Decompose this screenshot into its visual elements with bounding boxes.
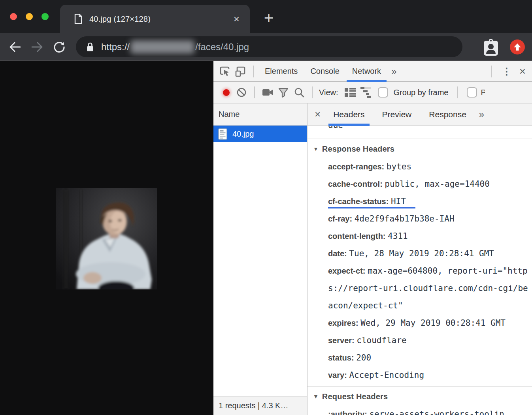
request-row-40jpg[interactable]: 40.jpg	[213, 126, 307, 142]
header-name: cf-ray:	[328, 214, 355, 223]
header-value: Tue, 28 May 2019 20:28:41 GMT	[349, 249, 494, 258]
header-name: expires:	[328, 319, 360, 327]
header-row: vary: Accept-Encoding	[328, 366, 530, 384]
request-headers-list: :authority: serve-assets-workers-toolin	[308, 406, 532, 415]
divider	[312, 86, 313, 98]
tab-network[interactable]: Network	[346, 61, 387, 82]
clear-button[interactable]	[234, 85, 249, 100]
header-name: date:	[328, 249, 349, 258]
capture-screenshots-button[interactable]	[260, 85, 275, 100]
collapse-triangle-icon[interactable]: ▼	[313, 146, 319, 152]
header-name: content-length:	[328, 232, 388, 240]
header-name: expect-ct:	[328, 267, 368, 275]
filter-funnel-icon	[278, 88, 289, 98]
divider	[491, 66, 492, 77]
forward-arrow-icon	[31, 41, 43, 53]
window-close-button[interactable]	[10, 13, 17, 20]
request-name: 40.jpg	[232, 130, 254, 139]
network-summary: 1 requests | 4.3 K…	[213, 396, 307, 415]
address-bar[interactable]: https:// /faces/40.jpg	[76, 36, 462, 57]
window-minimize-button[interactable]	[26, 13, 33, 20]
page-viewport	[0, 61, 213, 415]
header-row: server: cloudflare	[328, 332, 530, 349]
back-button[interactable]	[4, 36, 26, 58]
devtools-menu-icon[interactable]: ⋮	[496, 66, 517, 77]
devtools-close-icon[interactable]: ×	[517, 65, 532, 78]
tab-console[interactable]: Console	[304, 61, 345, 82]
collapse-triangle-icon[interactable]: ▼	[313, 393, 319, 400]
detail-more-tabs-icon[interactable]: »	[475, 109, 488, 120]
view-waterfall-button[interactable]	[358, 85, 374, 100]
header-row: cf-cache-status: HIT	[328, 193, 530, 210]
header-row: expect-ct: max-age=604800, report-uri="h…	[328, 262, 530, 314]
header-row: content-length: 4311	[328, 227, 530, 245]
response-headers-list: accept-ranges: bytescache-control: publi…	[308, 158, 532, 384]
detail-pane: × Headers Preview Response » due ▼ Respo…	[308, 103, 532, 415]
divider	[254, 86, 255, 98]
detail-close-icon[interactable]: ×	[315, 108, 321, 120]
headers-content[interactable]: due ▼ Response Headers accept-ranges: by…	[308, 126, 532, 415]
header-value: 4311	[388, 231, 408, 241]
header-row: :authority: serve-assets-workers-toolin	[328, 406, 530, 415]
header-row: accept-ranges: bytes	[328, 158, 530, 175]
detail-tabbar: × Headers Preview Response »	[308, 103, 532, 126]
profile-avatar-icon[interactable]	[483, 38, 499, 56]
file-icon	[74, 14, 82, 24]
divider	[253, 66, 254, 77]
new-tab-button[interactable]: +	[258, 7, 280, 29]
forward-button[interactable]	[26, 36, 48, 58]
header-row: date: Tue, 28 May 2019 20:28:41 GMT	[328, 245, 530, 262]
view-list-button[interactable]	[342, 85, 358, 100]
header-value: bytes	[387, 162, 411, 171]
browser-tab[interactable]: 40.jpg (127×128) ×	[60, 5, 250, 33]
preserve-log-checkbox[interactable]	[467, 87, 477, 98]
device-toolbar-button[interactable]	[232, 64, 248, 79]
reload-button[interactable]	[48, 36, 70, 58]
browser-tabstrip: 40.jpg (127×128) × +	[0, 0, 532, 33]
record-button[interactable]	[223, 89, 230, 96]
header-value: 4de2f9fa4b17b38e-IAH	[355, 214, 455, 223]
device-toolbar-icon	[235, 66, 246, 77]
filter-button[interactable]	[275, 85, 291, 100]
camera-icon	[262, 88, 273, 96]
search-button[interactable]	[291, 85, 307, 100]
photo-40jpg	[56, 188, 157, 289]
header-name: cf-cache-status:	[328, 197, 391, 206]
tab-title: 40.jpg (127×128)	[89, 15, 234, 24]
header-name: :authority:	[328, 410, 369, 415]
inspect-element-button[interactable]	[217, 64, 232, 79]
scrolled-text-fragment: due	[328, 126, 532, 131]
tab-elements[interactable]: Elements	[258, 61, 304, 82]
url-scheme: https://	[101, 41, 130, 53]
header-row: status: 200	[328, 349, 530, 366]
browser-update-button[interactable]	[510, 39, 525, 54]
header-value: Accept-Encoding	[349, 370, 424, 380]
section-divider	[308, 386, 532, 387]
network-toolbar: View: Group by frame P	[213, 82, 532, 103]
tab-response[interactable]: Response	[426, 103, 469, 126]
tab-headers[interactable]: Headers	[331, 103, 367, 126]
window-zoom-button[interactable]	[42, 13, 49, 20]
lock-icon	[86, 42, 94, 52]
response-headers-section-title[interactable]: ▼ Response Headers	[308, 142, 532, 156]
header-value: serve-assets-workers-toolin	[369, 409, 504, 415]
group-by-frame-checkbox[interactable]	[378, 87, 388, 98]
url-path: /faces/40.jpg	[195, 41, 249, 53]
back-arrow-icon	[9, 41, 21, 53]
requests-pane: Name 40.jpg 1 requests | 4.3 K…	[213, 103, 308, 415]
request-headers-section-title[interactable]: ▼ Request Headers	[308, 390, 532, 403]
more-tabs-icon[interactable]: »	[387, 66, 400, 77]
browser-toolbar: https:// /faces/40.jpg	[0, 33, 532, 60]
tab-preview[interactable]: Preview	[380, 103, 414, 126]
header-value: Wed, 29 May 2019 00:28:41 GMT	[360, 318, 506, 328]
offscreen-label-fragment: P	[481, 88, 485, 97]
devtools-tabbar: Elements Console Network » ⋮ ×	[213, 61, 532, 82]
list-view-icon	[345, 88, 356, 97]
name-column-header[interactable]: Name	[213, 103, 307, 126]
url-host-redacted	[130, 40, 194, 54]
reload-icon	[53, 41, 66, 53]
header-row: expires: Wed, 29 May 2019 00:28:41 GMT	[328, 314, 530, 332]
header-row: cf-ray: 4de2f9fa4b17b38e-IAH	[328, 210, 530, 227]
tab-close-icon[interactable]: ×	[234, 14, 240, 24]
header-value: HIT	[391, 197, 406, 206]
